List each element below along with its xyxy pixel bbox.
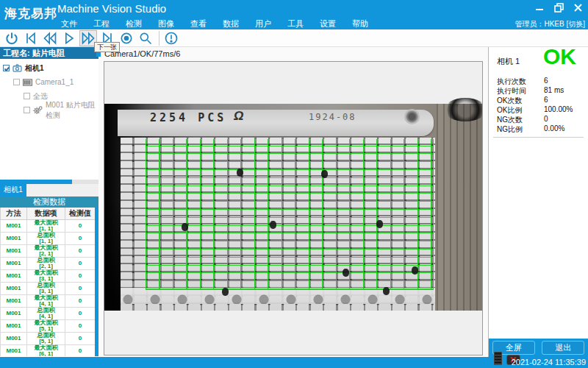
camera-icon bbox=[12, 64, 22, 72]
cell-item: 最大面积[5, 1] bbox=[27, 319, 65, 332]
missing-chip-blob bbox=[376, 220, 383, 228]
project-tree: 相机1 Camera1_1 全选 M001 贴片电阻检测 bbox=[0, 59, 98, 180]
table-row[interactable]: M001 最大面积[2, 1] 0 bbox=[1, 244, 96, 257]
table-row[interactable]: M001 最大面积[1, 1] 0 bbox=[1, 219, 96, 232]
stat-row: 执行次数 6 bbox=[497, 77, 582, 85]
menu-item[interactable]: 检测 bbox=[118, 18, 150, 29]
tray-batch-code: 1924-08 bbox=[309, 112, 356, 122]
menu-item[interactable]: 查看 bbox=[182, 18, 215, 29]
cell-item: 总面积[5, 1] bbox=[27, 332, 65, 344]
col-value: 检测值 bbox=[65, 208, 96, 219]
stat-row: NG次数 0 bbox=[497, 115, 582, 124]
project-name-header: 工程名: 贴片电阻 bbox=[0, 47, 98, 59]
menu-item[interactable]: 工具 bbox=[279, 18, 312, 29]
table-row[interactable]: M001 总面积[1, 1] 0 bbox=[1, 232, 96, 244]
col-item: 数据项 bbox=[27, 208, 65, 219]
cell-method: M001 bbox=[1, 319, 27, 332]
plc-status-icon[interactable] bbox=[494, 352, 502, 365]
menu-item[interactable]: 设置 bbox=[312, 18, 344, 29]
clock: 2021-02-24 11:35:39 bbox=[512, 358, 586, 367]
info-icon[interactable] bbox=[162, 30, 180, 46]
exit-button[interactable]: 退出 bbox=[542, 341, 584, 355]
cell-method: M001 bbox=[1, 332, 27, 344]
cell-method: M001 bbox=[1, 232, 27, 244]
photo-background-texture bbox=[437, 104, 482, 311]
detect-data-header: 检测数据 bbox=[0, 197, 98, 208]
tray-pin-hole bbox=[404, 109, 420, 124]
tree-item-label: 相机1 bbox=[25, 63, 44, 74]
table-header-row: 方法 数据项 检测值 bbox=[1, 208, 96, 219]
cell-value: 0 bbox=[65, 319, 96, 332]
restore-button[interactable] bbox=[551, 1, 566, 14]
select-all-checkbox[interactable] bbox=[24, 93, 30, 99]
table-row[interactable]: M001 总面积[4, 1] 0 bbox=[1, 307, 96, 319]
stat-row: OK次数 6 bbox=[497, 96, 582, 105]
missing-chip-blob bbox=[270, 221, 276, 229]
stat-value: 81 ms bbox=[544, 86, 564, 95]
run-icon[interactable] bbox=[60, 30, 78, 46]
cell-method: M001 bbox=[1, 219, 27, 232]
app-title: Machine Vision Studio bbox=[57, 2, 166, 15]
power-icon[interactable] bbox=[3, 30, 21, 46]
switch-user-link[interactable]: [切换] bbox=[566, 20, 585, 28]
table-row[interactable]: M001 最大面积[3, 1] 0 bbox=[1, 269, 96, 282]
cell-value: 0 bbox=[65, 332, 96, 344]
table-row[interactable]: M001 最大面积[4, 1] 0 bbox=[1, 294, 96, 307]
stat-label: NG次数 bbox=[497, 115, 544, 124]
detect-data-table: 方法 数据项 检测值 M001 最大面积[1, 1] 0 M001 总面积[1 bbox=[0, 208, 98, 356]
stat-label: OK比例 bbox=[497, 105, 544, 114]
missing-chip-blob bbox=[383, 287, 390, 295]
record-icon[interactable] bbox=[118, 30, 135, 46]
tree-item-camera-group[interactable]: 相机1 bbox=[0, 61, 98, 75]
cell-value: 0 bbox=[65, 344, 96, 356]
menu-item[interactable]: 用户 bbox=[247, 18, 279, 29]
stat-label: 执行时间 bbox=[497, 86, 544, 95]
scrollbar-thumb[interactable] bbox=[0, 180, 72, 184]
stat-label: 执行次数 bbox=[497, 77, 544, 85]
cell-value: 0 bbox=[65, 307, 96, 319]
menu-item[interactable]: 数据 bbox=[215, 18, 247, 29]
cell-item: 最大面积[1, 1] bbox=[27, 219, 65, 232]
table-row[interactable]: M001 总面积[2, 1] 0 bbox=[1, 257, 96, 269]
tab-camera1[interactable]: 相机1 bbox=[0, 184, 26, 197]
table-row[interactable]: M001 总面积[3, 1] 0 bbox=[1, 282, 96, 294]
menu-item[interactable]: 工程 bbox=[85, 18, 118, 29]
camera-device-checkbox[interactable] bbox=[13, 79, 20, 85]
table-row[interactable]: M001 总面积[5, 1] 0 bbox=[1, 332, 96, 344]
camera-viewport[interactable]: 2254 PCS Ω 1924-08 bbox=[104, 61, 483, 355]
cell-item: 最大面积[3, 1] bbox=[27, 269, 65, 282]
horizontal-scrollbar[interactable] bbox=[0, 180, 98, 184]
tree-item-module[interactable]: M001 贴片电阻检测 bbox=[0, 103, 98, 117]
minimize-button[interactable] bbox=[532, 1, 547, 14]
admin-status: 管理员：HKEB [切换] bbox=[514, 19, 585, 29]
detection-overlay bbox=[146, 139, 434, 290]
stat-label: NG比例 bbox=[497, 124, 544, 133]
reel-shadow bbox=[444, 98, 483, 121]
module-checkbox[interactable] bbox=[24, 107, 30, 113]
tree-item-camera-device[interactable]: Camera1_1 bbox=[0, 75, 98, 89]
cell-value: 0 bbox=[65, 244, 96, 257]
missing-chip-blob bbox=[182, 223, 188, 231]
table-row[interactable]: M001 最大面积[5, 1] 0 bbox=[1, 319, 96, 332]
cell-method: M001 bbox=[1, 307, 27, 319]
stat-value: 100.00% bbox=[544, 105, 573, 114]
brand-logo: 海克易邦 bbox=[4, 5, 57, 22]
admin-label: 管理员：HKEB bbox=[514, 20, 564, 28]
stat-value: 6 bbox=[544, 77, 548, 85]
stat-value: 0.00% bbox=[544, 124, 564, 133]
cell-item: 总面积[4, 1] bbox=[27, 307, 65, 319]
col-method: 方法 bbox=[1, 208, 27, 219]
menu-item[interactable]: 文件 bbox=[53, 18, 85, 29]
close-button[interactable] bbox=[570, 1, 585, 14]
status-bar: ✕ 2021-02-24 11:35:39 bbox=[0, 357, 588, 368]
cell-item: 最大面积[6, 1] bbox=[27, 344, 65, 356]
cell-value: 0 bbox=[65, 257, 96, 269]
prev-image-icon[interactable] bbox=[41, 30, 59, 46]
menu-item[interactable]: 帮助 bbox=[344, 18, 376, 29]
first-image-icon[interactable] bbox=[22, 30, 40, 46]
cell-item: 总面积[1, 1] bbox=[27, 232, 65, 244]
table-row[interactable]: M001 最大面积[6, 1] 0 bbox=[1, 344, 96, 356]
zoom-icon[interactable] bbox=[137, 30, 154, 46]
menu-item[interactable]: 图像 bbox=[150, 18, 182, 29]
camera-group-checkbox[interactable] bbox=[3, 65, 10, 71]
